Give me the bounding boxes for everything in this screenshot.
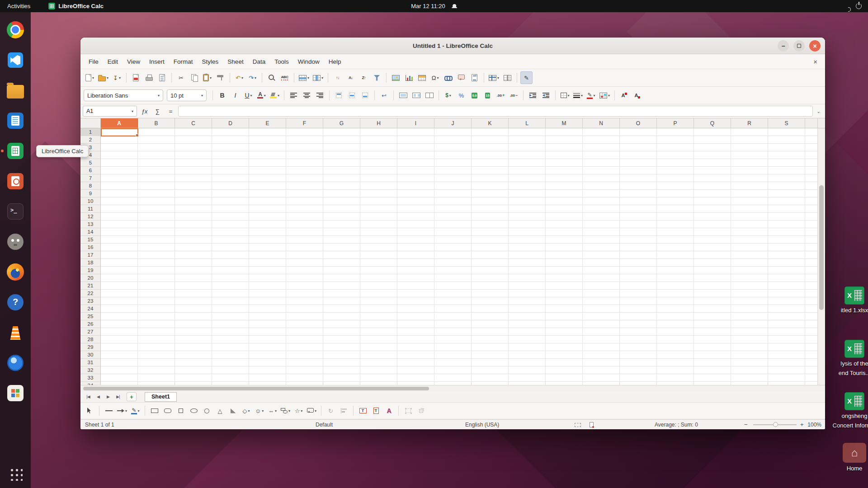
cell-I33[interactable]	[397, 374, 434, 382]
formula-button[interactable]: =	[165, 106, 176, 117]
cell-O9[interactable]	[620, 190, 657, 197]
desktop-file-2[interactable]: lysis of theend Touris...	[827, 340, 868, 377]
dock-vscode[interactable]	[4, 49, 27, 71]
cell-Q13[interactable]	[694, 221, 731, 228]
row-header-2[interactable]: 2	[80, 136, 101, 144]
cell-J16[interactable]	[434, 244, 472, 251]
sort-descending-button[interactable]: Z↑	[358, 71, 370, 84]
column-header-S[interactable]: S	[768, 118, 805, 128]
align-center-button[interactable]	[301, 89, 313, 102]
cell-P30[interactable]	[657, 351, 694, 359]
cell-Q30[interactable]	[694, 351, 731, 359]
cell-B17[interactable]	[138, 251, 175, 259]
cell-K12[interactable]	[472, 213, 509, 221]
cell-G31[interactable]	[323, 359, 360, 366]
spelling-button[interactable]: ABC	[278, 71, 291, 84]
show-draw-functions-button[interactable]: ✎	[520, 71, 533, 84]
cell-G11[interactable]	[323, 205, 360, 213]
cell-E6[interactable]	[249, 167, 286, 174]
cell-I11[interactable]	[397, 205, 434, 213]
cell-O20[interactable]	[620, 274, 657, 282]
cell-A21[interactable]	[101, 282, 138, 290]
cell-L7[interactable]	[509, 174, 546, 182]
cell-P18[interactable]	[657, 259, 694, 267]
cell-B24[interactable]	[138, 305, 175, 313]
cell-F27[interactable]	[286, 328, 323, 336]
add-decimal-place-button[interactable]: .00+	[495, 89, 507, 102]
menu-file[interactable]: File	[84, 56, 103, 67]
cell-T20[interactable]	[805, 274, 817, 282]
cell-N7[interactable]	[583, 174, 620, 182]
cell-A2[interactable]	[101, 136, 138, 144]
cell-Q15[interactable]	[694, 236, 731, 244]
font-color-button[interactable]: A▾	[255, 89, 268, 102]
cell-C12[interactable]	[175, 213, 212, 221]
cell-B32[interactable]	[138, 366, 175, 374]
cell-M2[interactable]	[546, 136, 583, 144]
cell-F33[interactable]	[286, 374, 323, 382]
cell-J24[interactable]	[434, 305, 472, 313]
cell-B5[interactable]	[138, 159, 175, 167]
cell-S34[interactable]	[768, 382, 805, 385]
cell-G24[interactable]	[323, 305, 360, 313]
cell-G2[interactable]	[323, 136, 360, 144]
cell-T6[interactable]	[805, 167, 817, 174]
horizontal-scrollbar-thumb[interactable]	[83, 387, 429, 390]
cell-D9[interactable]	[212, 190, 249, 197]
cell-T28[interactable]	[805, 336, 817, 343]
cell-A5[interactable]	[101, 159, 138, 167]
cell-A3[interactable]	[101, 144, 138, 151]
cell-G9[interactable]	[323, 190, 360, 197]
cell-M28[interactable]	[546, 336, 583, 343]
cell-E22[interactable]	[249, 290, 286, 297]
cell-H28[interactable]	[360, 336, 397, 343]
cell-A15[interactable]	[101, 236, 138, 244]
cell-T3[interactable]	[805, 144, 817, 151]
cell-B9[interactable]	[138, 190, 175, 197]
cell-S4[interactable]	[768, 151, 805, 159]
cell-N6[interactable]	[583, 167, 620, 174]
cell-D8[interactable]	[212, 182, 249, 190]
font-name[interactable]: Liberation Sans▾	[84, 89, 163, 101]
cell-S19[interactable]	[768, 267, 805, 274]
insert-special-character-button[interactable]: Ω▾	[429, 71, 441, 84]
cell-P15[interactable]	[657, 236, 694, 244]
menu-edit[interactable]: Edit	[103, 56, 123, 67]
formula-input[interactable]	[178, 106, 813, 117]
cell-E13[interactable]	[249, 221, 286, 228]
cell-S20[interactable]	[768, 274, 805, 282]
cell-I34[interactable]	[397, 382, 434, 385]
cell-P22[interactable]	[657, 290, 694, 297]
cell-Q10[interactable]	[694, 197, 731, 205]
cell-D12[interactable]	[212, 213, 249, 221]
cell-S12[interactable]	[768, 213, 805, 221]
cell-A13[interactable]	[101, 221, 138, 228]
cell-T5[interactable]	[805, 159, 817, 167]
cell-S26[interactable]	[768, 320, 805, 328]
document-modified-icon[interactable]	[590, 422, 594, 427]
cell-N4[interactable]	[583, 151, 620, 159]
cell-K30[interactable]	[472, 351, 509, 359]
cell-S32[interactable]	[768, 366, 805, 374]
cell-O30[interactable]	[620, 351, 657, 359]
cell-O10[interactable]	[620, 197, 657, 205]
column-header-K[interactable]: K	[472, 118, 509, 128]
cell-I12[interactable]	[397, 213, 434, 221]
cell-D10[interactable]	[212, 197, 249, 205]
cell-C4[interactable]	[175, 151, 212, 159]
cell-D31[interactable]	[212, 359, 249, 366]
cell-G4[interactable]	[323, 151, 360, 159]
insert-line-button[interactable]	[103, 404, 115, 417]
cell-I8[interactable]	[397, 182, 434, 190]
cell-L26[interactable]	[509, 320, 546, 328]
cell-R13[interactable]	[731, 221, 768, 228]
cell-H2[interactable]	[360, 136, 397, 144]
cell-I25[interactable]	[397, 313, 434, 320]
cell-T1[interactable]	[805, 128, 817, 136]
cell-T17[interactable]	[805, 251, 817, 259]
column-header-R[interactable]: R	[731, 118, 768, 128]
desktop-home-folder[interactable]: ⌂Home	[827, 443, 868, 472]
cell-M24[interactable]	[546, 305, 583, 313]
cell-Q20[interactable]	[694, 274, 731, 282]
cell-K31[interactable]	[472, 359, 509, 366]
